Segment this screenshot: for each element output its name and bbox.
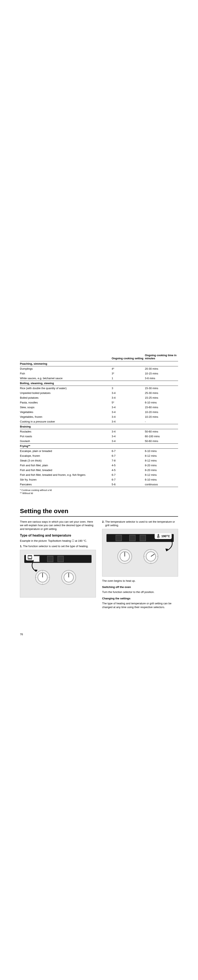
function-knob: [35, 570, 50, 585]
cell-setting: 6-7: [112, 453, 145, 458]
cell-setting: 3-4: [112, 429, 145, 434]
footnote-a: * Continue cooking without a lid: [20, 488, 178, 492]
cell-time: 25-30 mins: [145, 391, 178, 395]
mode-icon-r: [116, 535, 122, 541]
table-row: Steak (3 cm thick)7-88-12 mins: [20, 458, 178, 463]
cell-setting: 3-4: [112, 410, 145, 414]
cell-item: Escalope, plain or breaded: [20, 449, 112, 453]
table-row: Fish and fish fillet, breaded4-58-20 min…: [20, 468, 178, 473]
table-section-row: Boiling, steaming, stewing: [20, 381, 178, 386]
cell-setting: 3-4: [112, 434, 145, 439]
cell-time: 15-30 mins: [145, 386, 178, 391]
cell-time: 6-10 mins: [145, 477, 178, 482]
header-item: [20, 352, 112, 361]
cell-time: 15-60 mins: [145, 405, 178, 410]
table-row: Pasta, noodles5*6-10 mins: [20, 400, 178, 405]
cell-setting: 4*: [112, 366, 145, 371]
type-heating-heading: Type of heating and temperature: [20, 534, 96, 538]
cell-setting: 7-8: [112, 458, 145, 463]
cell-item: Fish and fish fillet, breaded: [20, 468, 112, 473]
right-column: 2. The temperature selector is used to s…: [102, 520, 178, 611]
table-row: Pot roasts3-460-100 mins: [20, 434, 178, 439]
cell-time: -: [145, 419, 178, 424]
cooking-table: Ongoing cooking setting Ongoing cooking …: [20, 352, 178, 487]
switching-off-heading: Switching off the oven: [102, 585, 178, 589]
table-row: Fish and fish fillet, plain4-58-20 mins: [20, 463, 178, 468]
changing-settings-text: The type of heating and temperature or g…: [102, 601, 178, 609]
temp-icon-r: [140, 535, 146, 541]
light-icon: [47, 556, 53, 562]
example-text: Example in the picture: Top/bottom heati…: [20, 539, 96, 543]
cell-item: Rice (with double the quantity of water): [20, 386, 112, 391]
cell-setting: 6-7: [112, 477, 145, 482]
table-row: Cooking in a pressure cooker3-4-: [20, 419, 178, 424]
table-section-row: Braising: [20, 424, 178, 429]
cell-item: Pasta, noodles: [20, 400, 112, 405]
cell-setting: 5*: [112, 400, 145, 405]
step-1-num: 1.: [20, 544, 22, 548]
intro-text: There are various ways in which you can …: [20, 520, 96, 531]
table-row: Escalope, frozen6-78-12 mins: [20, 453, 178, 458]
cell-item: Stir fry, frozen: [20, 477, 112, 482]
table-row: White sauces, e.g. béchamel sauce13-6 mi…: [20, 376, 178, 381]
cell-time: 20-30 mins: [145, 366, 178, 371]
step-2-text: The temperature selector is used to set …: [105, 520, 178, 527]
header-time: Ongoing cooking time in minutes: [145, 352, 178, 361]
table-row: Boiled potatoes3-415-25 mins: [20, 395, 178, 400]
setting-oven-title: Setting the oven: [20, 508, 178, 517]
cell-setting: 6-7: [112, 449, 145, 453]
footnotes-block: * Continue cooking without a lid ** With…: [20, 488, 178, 495]
mode-bubble: [26, 554, 34, 560]
page-number: 76: [20, 633, 23, 636]
switching-off-text: Turn the function selector to the off po…: [102, 590, 178, 594]
cell-time: 6-10 mins: [145, 400, 178, 405]
cell-item: Pancakes: [20, 482, 112, 487]
cell-item: Escalope, frozen: [20, 453, 112, 458]
step-1-text: The function selector is used to set the…: [23, 544, 96, 548]
svg-marker-26: [165, 549, 168, 551]
cell-time: 15-25 mins: [145, 395, 178, 400]
cell-item: Cooking in a pressure cooker: [20, 419, 112, 424]
table-row: Goulash3-450-60 mins: [20, 439, 178, 444]
section-title: Poaching, simmering: [20, 361, 178, 366]
table-row: Vegetables3-410-20 mins: [20, 410, 178, 414]
cell-item: Boiled potatoes: [20, 395, 112, 400]
temperature-value: 190°C: [161, 534, 170, 538]
changing-settings-heading: Changing the settings: [102, 597, 178, 600]
section-title: Braising: [20, 424, 178, 429]
cell-time: 8-12 mins: [145, 473, 178, 477]
table-section-row: Poaching, simmering: [20, 361, 178, 366]
cell-setting: 3-4: [112, 395, 145, 400]
cell-item: White sauces, e.g. béchamel sauce: [20, 376, 112, 381]
cell-setting: 1: [112, 376, 145, 381]
cell-item: Stew, soups: [20, 405, 112, 410]
header-setting: Ongoing cooking setting: [112, 352, 145, 361]
cell-item: Fish and fish fillet, plain: [20, 463, 112, 468]
cell-setting: 3-4: [112, 419, 145, 424]
cell-setting: 4-5: [112, 468, 145, 473]
cell-item: Goulash: [20, 439, 112, 444]
cell-setting: 4-5: [112, 463, 145, 468]
temp-icon: [57, 556, 64, 562]
cell-time: 8-12 mins: [145, 458, 178, 463]
table-row: Fish and fish fillet, breaded and frozen…: [20, 473, 178, 477]
cell-time: 10-20 mins: [145, 410, 178, 414]
temperature-knob-right: [143, 549, 159, 564]
cell-item: Fish: [20, 371, 112, 376]
top-bottom-heat-icon: [27, 555, 32, 560]
thermometer-icon: [156, 534, 160, 538]
cell-time: 60-100 mins: [145, 434, 178, 439]
cell-item: Vegetables: [20, 410, 112, 414]
cell-setting: 3-4: [112, 405, 145, 410]
table-row: Dumplings4*20-30 mins: [20, 366, 178, 371]
cell-item: Unpeeled boiled potatoes: [20, 391, 112, 395]
temperature-bubble: 190°C: [155, 533, 172, 539]
cell-item: Pot roasts: [20, 434, 112, 439]
mode-icon-box: [34, 556, 40, 562]
cell-setting: 3-4: [112, 391, 145, 395]
footnote-b: ** Without lid: [20, 492, 178, 495]
section-title: Boiling, steaming, stewing: [20, 381, 178, 386]
table-row: Fish3*10-15 mins: [20, 371, 178, 376]
cell-time: continuous: [145, 482, 178, 487]
cell-item: Steak (3 cm thick): [20, 458, 112, 463]
